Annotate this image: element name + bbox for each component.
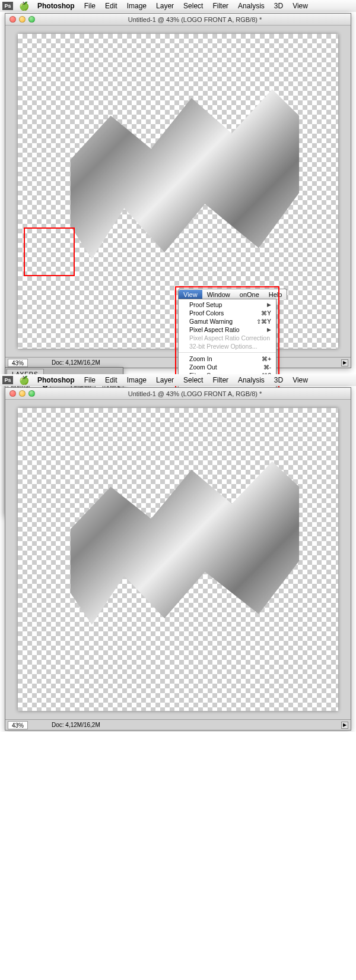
menu-view[interactable]: View — [293, 376, 308, 384]
menu-item[interactable]: Gamut Warning⇧⌘Y — [179, 317, 276, 325]
menu-item: 32-bit Preview Options... — [179, 342, 276, 350]
popup-menu-onone[interactable]: onOne — [235, 290, 264, 299]
zoom-button[interactable] — [28, 390, 35, 397]
macos-menubar-2: Ps 🍏 Photoshop File Edit Image Layer Sel… — [0, 374, 356, 386]
status-flyout[interactable]: ▶ — [341, 722, 348, 729]
status-flyout[interactable]: ▶ — [341, 359, 348, 366]
logo-artwork — [43, 444, 313, 656]
menu-3d[interactable]: 3D — [274, 2, 283, 10]
menu-item[interactable]: Pixel Aspect Ratio▶ — [179, 325, 276, 334]
doc-size: Doc: 4,12M/16,2M — [52, 359, 100, 366]
menu-edit[interactable]: Edit — [105, 376, 117, 384]
minimize-button[interactable] — [19, 16, 26, 23]
menu-item[interactable]: Proof Setup▶ — [179, 301, 276, 309]
menu-layer[interactable]: Layer — [156, 376, 174, 384]
apple-menu[interactable]: 🍏 — [19, 1, 29, 11]
menu-item: Pixel Aspect Ratio Correction — [179, 334, 276, 342]
menu-3d[interactable]: 3D — [274, 376, 283, 384]
menu-item[interactable]: Zoom In⌘+ — [179, 355, 276, 363]
status-bar: 43% Doc: 4,12M/16,2M ▶ — [5, 719, 351, 730]
window-titlebar[interactable]: Untitled-1 @ 43% (LOGO FRONT A, RGB/8) * — [5, 14, 351, 26]
ps-app-icon: Ps — [2, 2, 13, 10]
popup-menu-window[interactable]: Window — [202, 290, 235, 299]
zoom-button[interactable] — [28, 16, 35, 23]
menu-file[interactable]: File — [84, 2, 96, 10]
menu-layer[interactable]: Layer — [156, 2, 174, 10]
zoom-level[interactable]: 43% — [8, 721, 28, 729]
menu-analysis[interactable]: Analysis — [238, 376, 265, 384]
popup-menu-help[interactable]: Help — [264, 290, 287, 299]
app-name[interactable]: Photoshop — [37, 2, 75, 10]
apple-menu[interactable]: 🍏 — [19, 375, 29, 385]
menu-filter[interactable]: Filter — [212, 376, 228, 384]
menu-select[interactable]: Select — [183, 376, 203, 384]
doc-size: Doc: 4,12M/16,2M — [52, 722, 100, 728]
menu-view[interactable]: View — [293, 2, 308, 10]
menu-image[interactable]: Image — [127, 2, 147, 10]
window-title: Untitled-1 @ 43% (LOGO FRONT A, RGB/8) * — [39, 16, 351, 23]
close-button[interactable] — [9, 16, 16, 23]
menu-filter[interactable]: Filter — [212, 2, 228, 10]
window-title: Untitled-1 @ 43% (LOGO FRONT A, RGB/8) * — [39, 390, 351, 397]
annotation-highlight-canvas — [24, 227, 75, 276]
menu-item[interactable]: Proof Colors⌘Y — [179, 309, 276, 317]
menu-select[interactable]: Select — [183, 2, 203, 10]
document-window-2: Untitled-1 @ 43% (LOGO FRONT A, RGB/8) *… — [5, 387, 351, 731]
macos-menubar: Ps 🍏 Photoshop File Edit Image Layer Sel… — [0, 0, 356, 12]
ps-app-icon: Ps — [2, 376, 13, 384]
menu-analysis[interactable]: Analysis — [238, 2, 265, 10]
popup-menu-view[interactable]: View — [179, 290, 202, 299]
app-name[interactable]: Photoshop — [37, 376, 75, 384]
menu-image[interactable]: Image — [127, 376, 147, 384]
logo-artwork — [43, 72, 313, 292]
zoom-level[interactable]: 43% — [8, 359, 28, 367]
window-titlebar[interactable]: Untitled-1 @ 43% (LOGO FRONT A, RGB/8) * — [5, 388, 351, 400]
secondary-menubar: View Window onOne Help — [178, 289, 287, 299]
minimize-button[interactable] — [19, 390, 26, 397]
menu-item[interactable]: Zoom Out⌘- — [179, 363, 276, 371]
menu-file[interactable]: File — [84, 376, 96, 384]
document-canvas-2[interactable] — [18, 408, 338, 711]
menu-edit[interactable]: Edit — [105, 2, 117, 10]
close-button[interactable] — [9, 390, 16, 397]
